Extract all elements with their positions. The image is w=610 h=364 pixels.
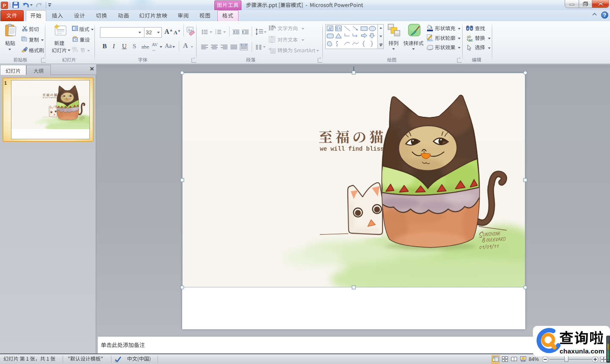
svg-text:3: 3 — [215, 33, 216, 35]
svg-text:P: P — [3, 3, 6, 8]
svg-text:A: A — [273, 25, 276, 29]
svg-text:Aa: Aa — [188, 28, 192, 32]
svg-text:ac: ac — [469, 38, 473, 41]
svg-text:A: A — [338, 27, 341, 30]
